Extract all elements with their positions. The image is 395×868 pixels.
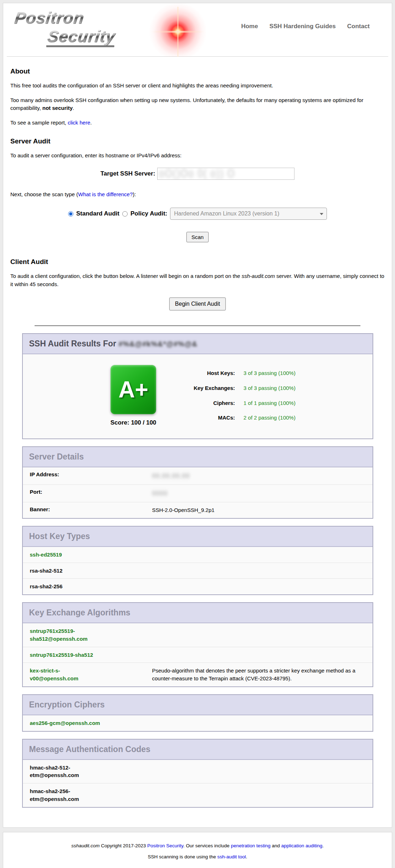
application-auditing-link[interactable]: application auditing xyxy=(281,843,323,848)
sample-report-end: . xyxy=(90,120,92,126)
client-audit-site: ssh-audit.com xyxy=(242,273,275,279)
logo-text-line2: Security xyxy=(46,28,116,47)
server-audit-intro: To audit a server configuration, enter i… xyxy=(10,152,385,160)
host-key-types-header: Host Key Types xyxy=(23,527,373,547)
list-item: kex-strict-s-v00@openssh.com Pseudo-algo… xyxy=(23,663,373,686)
main-content-box: Positron Security Home SSH Hardening Gui… xyxy=(3,3,392,828)
client-audit-text: To audit a client configuration, click t… xyxy=(10,273,242,279)
grade-badge: A+ xyxy=(111,365,156,414)
policy-select-value: Hardened Amazon Linux 2023 (version 1) xyxy=(174,210,279,217)
stat-label-macs: MACs: xyxy=(181,415,235,426)
list-item: ssh-ed25519 xyxy=(23,547,373,563)
list-item: sntrup761x25519-sha512 xyxy=(23,647,373,663)
ssh-audit-results-panel: SSH Audit Results For #%&@#k%&*@#%@& A+ … xyxy=(22,333,373,439)
scan-type-line: Next, choose the scan type (What is the … xyxy=(10,191,385,199)
policy-audit-label[interactable]: Policy Audit: xyxy=(130,210,167,217)
mac-name: hmac-sha2-256-etm@openssh.com xyxy=(30,787,108,803)
server-audit-heading: Server Audit xyxy=(10,137,385,145)
ip-address-label: IP Address: xyxy=(30,471,152,477)
penetration-testing-link[interactable]: penetration testing xyxy=(231,843,271,848)
nav-ssh-hardening-guides[interactable]: SSH Hardening Guides xyxy=(270,23,336,30)
footer-text-end: . xyxy=(322,843,324,848)
host-key-name: rsa-sha2-256 xyxy=(30,583,63,590)
host-key-name: rsa-sha2-512 xyxy=(30,567,63,575)
list-item: hmac-sha2-512-etm@openssh.com xyxy=(23,760,373,784)
standard-audit-radio[interactable] xyxy=(68,211,73,217)
table-row: IP Address: 00.00.00.00 xyxy=(23,467,373,485)
list-item: hmac-sha2-256-etm@openssh.com xyxy=(23,783,373,807)
logo-text-line1: Positron xyxy=(14,10,85,26)
footer-scanning-end: . xyxy=(246,854,247,859)
cipher-name: aes256-gcm@openssh.com xyxy=(30,719,100,727)
server-details-header: Server Details xyxy=(23,447,373,467)
client-audit-heading: Client Audit xyxy=(10,258,385,266)
stat-label-ciphers: Ciphers: xyxy=(181,400,235,412)
standard-audit-label[interactable]: Standard Audit xyxy=(76,210,119,217)
scan-type-difference-link[interactable]: What is the difference? xyxy=(78,191,133,197)
kex-name: sntrup761x25519-sha512@openssh.com xyxy=(30,627,108,643)
scan-button[interactable]: Scan xyxy=(186,232,209,242)
about-p2-bold: not security xyxy=(42,105,73,111)
list-item: sntrup761x25519-sha512@openssh.com xyxy=(23,623,373,647)
censored-ip-address: 00.00.00.00 xyxy=(152,472,190,479)
server-details-panel: Server Details IP Address: 00.00.00.00 P… xyxy=(22,446,373,519)
policy-audit-radio[interactable] xyxy=(122,211,128,217)
section-divider xyxy=(35,325,360,326)
host-key-name: ssh-ed25519 xyxy=(30,551,62,559)
mac-name: hmac-sha2-512-etm@openssh.com xyxy=(30,764,108,780)
client-audit-intro: To audit a client configuration, click t… xyxy=(10,272,385,288)
chevron-down-icon xyxy=(320,213,323,215)
nav-contact[interactable]: Contact xyxy=(347,23,370,30)
host-key-types-panel: Host Key Types ssh-ed25519 rsa-sha2-512 … xyxy=(22,526,373,595)
about-p2-end: . xyxy=(73,105,74,111)
stat-label-host-keys: Host Keys: xyxy=(181,370,235,382)
site-footer: sshaudit.com Copyright 2017-2023 Positro… xyxy=(3,832,392,868)
table-row: Banner: SSH-2.0-OpenSSH_9.2p1 xyxy=(23,502,373,518)
footer-line-1: sshaudit.com Copyright 2017-2023 Positro… xyxy=(10,843,385,848)
footer-text-mid1: . Our services include xyxy=(183,843,231,848)
macs-panel: Message Authentication Codes hmac-sha2-5… xyxy=(22,739,373,808)
port-label: Port: xyxy=(30,489,152,495)
encryption-ciphers-header: Encryption Ciphers xyxy=(23,695,373,715)
ssh-audit-tool-link[interactable]: ssh-audit tool xyxy=(217,854,246,859)
key-exchange-panel: Key Exchange Algorithms sntrup761x25519-… xyxy=(22,602,373,687)
footer-line-2: SSH scanning is done using the ssh-audit… xyxy=(10,854,385,859)
stat-label-key-exchanges: Key Exchanges: xyxy=(181,385,235,397)
banner-label: Banner: xyxy=(30,506,152,512)
results-title-text: SSH Audit Results For xyxy=(29,339,119,348)
censored-target-value: oO()Oo 0( o)) O xyxy=(159,168,235,180)
positron-security-link[interactable]: Positron Security xyxy=(147,843,183,848)
positron-security-logo[interactable]: Positron Security xyxy=(15,10,214,54)
site-header: Positron Security Home SSH Hardening Gui… xyxy=(7,3,388,57)
target-server-row: Target SSH Server: oO()Oo 0( o)) O xyxy=(10,168,385,180)
footer-scanning-text: SSH scanning is done using the xyxy=(148,854,217,859)
nav-home[interactable]: Home xyxy=(241,23,258,30)
banner-value: SSH-2.0-OpenSSH_9.2p1 xyxy=(152,506,365,514)
target-ssh-server-input[interactable]: oO()Oo 0( o)) O xyxy=(157,168,294,180)
macs-header: Message Authentication Codes xyxy=(23,740,373,760)
key-exchange-header: Key Exchange Algorithms xyxy=(23,603,373,623)
policy-select[interactable]: Hardened Amazon Linux 2023 (version 1) xyxy=(170,208,327,220)
grade-column: A+ Score: 100 / 100 xyxy=(99,365,167,426)
encryption-ciphers-panel: Encryption Ciphers aes256-gcm@openssh.co… xyxy=(22,694,373,732)
censored-hostname: #%&@#k%&*@#%@& xyxy=(118,340,197,348)
score-text: Score: 100 / 100 xyxy=(99,419,167,426)
sample-report-text: To see a sample report, xyxy=(10,120,68,126)
list-item: rsa-sha2-512 xyxy=(23,563,373,579)
censored-port: 0000 xyxy=(152,490,168,497)
footer-copyright-text: Copyright 2017-2023 xyxy=(99,843,147,848)
target-ssh-server-label: Target SSH Server: xyxy=(101,170,155,177)
stat-value-host-keys: 3 of 3 passing (100%) xyxy=(243,370,296,382)
results-panel-header: SSH Audit Results For #%&@#k%&*@#%@& xyxy=(23,334,373,354)
about-paragraph-1: This free tool audits the configuration … xyxy=(10,82,385,90)
kex-name: sntrup761x25519-sha512 xyxy=(30,651,93,659)
footer-text-mid2: and xyxy=(271,843,281,848)
main-nav: Home SSH Hardening Guides Contact xyxy=(241,23,370,30)
sample-report-link[interactable]: click here xyxy=(68,120,90,126)
kex-note: Pseudo-algorithm that denotes the peer s… xyxy=(152,667,365,682)
stat-value-macs: 2 of 2 passing (100%) xyxy=(243,415,296,426)
stat-value-key-exchanges: 3 of 3 passing (100%) xyxy=(243,385,296,397)
about-paragraph-2: Too many admins overlook SSH configurati… xyxy=(10,96,385,112)
scan-type-end: ): xyxy=(133,191,136,197)
begin-client-audit-button[interactable]: Begin Client Audit xyxy=(169,298,226,310)
